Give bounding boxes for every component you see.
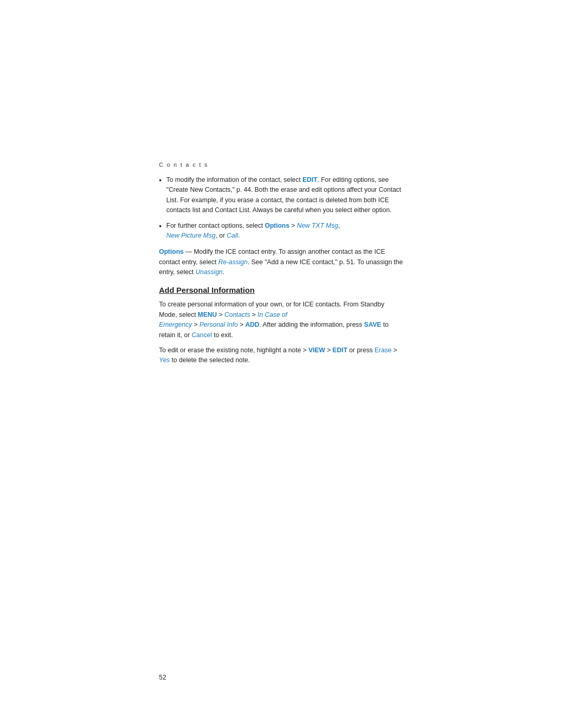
bullet2-comma: , xyxy=(338,222,340,229)
bullet2-text-before: For further contact options, select xyxy=(166,222,265,229)
paragraph-1: To create personal information of your o… xyxy=(159,300,404,340)
para2-text3: or press xyxy=(347,347,374,354)
para2-text4: > xyxy=(391,347,397,354)
unassign-label: Unassign xyxy=(195,268,223,276)
yes-label: Yes xyxy=(159,356,170,364)
view-label: VIEW xyxy=(309,347,325,354)
edit-label: EDIT xyxy=(302,176,317,183)
bullet2-period: . xyxy=(238,232,240,239)
cancel-label: Cancel xyxy=(192,331,212,339)
new-txt-msg: New TXT Msg xyxy=(297,222,338,229)
in-case-of-label: In Case of xyxy=(258,311,287,318)
options-label-block: Options xyxy=(159,248,183,255)
page-container: C o n t a c t s To modify the informatio… xyxy=(0,0,563,728)
options-label-bullet: Options xyxy=(265,222,289,229)
new-picture-msg: New Picture Msg xyxy=(166,232,215,239)
bullet2-text-middle: > xyxy=(289,222,297,229)
emergency-label: Emergency xyxy=(159,321,192,328)
bullet1-text-before: To modify the information of the contact… xyxy=(166,176,302,183)
para1-text2: > xyxy=(217,311,224,318)
bullet-list: To modify the information of the contact… xyxy=(159,175,404,241)
edit-label-2: EDIT xyxy=(333,347,347,354)
erase-label: Erase xyxy=(374,347,391,354)
bullet2-comma2: , or xyxy=(215,232,227,239)
section-label: C o n t a c t s xyxy=(159,162,404,168)
add-label: ADD xyxy=(245,321,259,328)
para1-text4: > xyxy=(192,321,199,328)
menu-label: MENU xyxy=(198,311,217,318)
paragraph-2: To edit or erase the existing note, high… xyxy=(159,346,404,366)
call-label: Call xyxy=(227,232,238,239)
page-number: 52 xyxy=(159,674,166,681)
options-block: Options — Modify the ICE contact entry. … xyxy=(159,247,404,277)
options-period: . xyxy=(223,268,224,276)
contacts-label: Contacts xyxy=(224,311,250,318)
reassign-label: Re-assign xyxy=(218,258,248,266)
para1-text3: > xyxy=(250,311,258,318)
save-label: SAVE xyxy=(364,321,381,328)
para1-text6: . After adding the information, press xyxy=(260,321,364,328)
para2-text2: > xyxy=(325,347,333,354)
para1-text5: > xyxy=(238,321,245,328)
personal-info-label: Personal Info xyxy=(199,321,238,328)
bullet-item-1: To modify the information of the contact… xyxy=(159,175,404,216)
bullet-item-2: For further contact options, select Opti… xyxy=(159,221,404,241)
para2-text1: To edit or erase the existing note, high… xyxy=(159,347,309,354)
para2-text5: to delete the selected note. xyxy=(170,356,250,364)
content-area: C o n t a c t s To modify the informatio… xyxy=(159,162,404,371)
section-heading: Add Personal Information xyxy=(159,286,404,294)
para1-text8: to exit. xyxy=(212,331,232,339)
